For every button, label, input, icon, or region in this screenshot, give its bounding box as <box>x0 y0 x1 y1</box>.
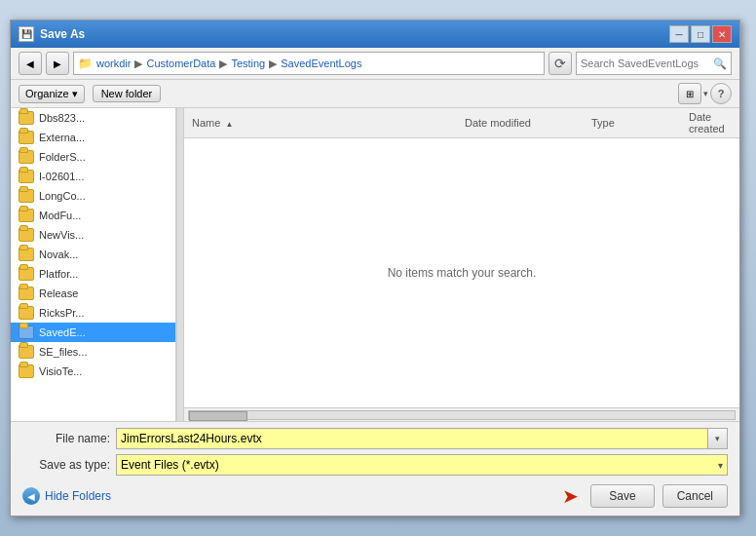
search-icon: 🔍 <box>713 57 727 70</box>
folder-icon <box>19 111 34 125</box>
folder-icon <box>19 150 34 164</box>
filetype-dropdown-arrow-icon: ▾ <box>718 460 723 471</box>
breadcrumb-icon: 📁 <box>78 57 93 70</box>
bottom-bar: File name: ▾ Save as type: Event Files (… <box>11 421 739 516</box>
empty-message: No items match your search. <box>388 266 537 280</box>
folder-item[interactable]: Novak... <box>11 245 175 264</box>
col-header-name[interactable]: Name ▲ <box>192 117 465 129</box>
folder-item[interactable]: RicksPr... <box>11 303 175 323</box>
folder-item-release[interactable]: Release <box>11 284 175 303</box>
dialog-icon: 💾 <box>19 26 34 42</box>
view-buttons: ⊞ ▾ ? <box>678 83 732 104</box>
hide-folders-icon: ◀ <box>22 487 40 505</box>
title-bar: 💾 Save As ─ □ ✕ <box>11 20 739 48</box>
savetype-label: Save as type: <box>22 458 110 472</box>
back-button[interactable]: ◀ <box>19 52 42 75</box>
breadcrumb-testing[interactable]: Testing <box>231 57 265 69</box>
sort-arrow-icon: ▲ <box>225 120 233 129</box>
folder-item[interactable]: NewVis... <box>11 225 175 245</box>
horizontal-scrollbar[interactable] <box>184 407 739 421</box>
savetype-row: Save as type: Event Files (*.evtx) ▾ <box>22 454 728 476</box>
view-arrow-icon: ▾ <box>703 89 708 98</box>
breadcrumb-savedeventlogs[interactable]: SavedEventLogs <box>281 57 361 69</box>
close-button[interactable]: ✕ <box>712 25 732 43</box>
folder-item[interactable]: FolderS... <box>11 147 175 167</box>
column-headers: Name ▲ Date modified Type Date created <box>184 108 739 138</box>
folder-item[interactable]: Dbs823... <box>11 108 175 128</box>
folder-icon <box>19 248 34 261</box>
breadcrumb-workdir[interactable]: workdir <box>96 57 131 69</box>
col-header-type[interactable]: Type <box>591 117 689 129</box>
folder-item[interactable]: I-02601... <box>11 167 175 186</box>
filename-row: File name: ▾ <box>22 428 728 449</box>
title-bar-left: 💾 Save As <box>19 26 85 42</box>
search-box[interactable]: 🔍 <box>576 52 732 75</box>
forward-button[interactable]: ▶ <box>46 52 69 75</box>
filename-input-wrapper[interactable]: ▾ <box>116 428 728 449</box>
breadcrumb-customerdata[interactable]: CustomerData <box>146 57 215 69</box>
folder-icon <box>19 287 34 300</box>
file-list-panel: Name ▲ Date modified Type Date created N… <box>184 108 739 421</box>
save-as-dialog: 💾 Save As ─ □ ✕ ◀ ▶ 📁 workdir ▶ Customer… <box>10 19 740 517</box>
folder-icon <box>19 209 34 222</box>
folder-icon <box>19 267 34 281</box>
action-buttons: ➤ Save Cancel <box>562 484 728 508</box>
folder-item-selected[interactable]: SavedE... <box>11 323 175 342</box>
organize-toolbar: Organize ▾ New folder ⊞ ▾ ? <box>11 80 739 108</box>
folder-item[interactable]: SE_files... <box>11 342 175 362</box>
maximize-button[interactable]: □ <box>691 25 710 43</box>
scrollbar-track[interactable] <box>188 410 736 420</box>
refresh-button[interactable]: ⟳ <box>548 52 572 75</box>
folder-icon <box>19 170 34 183</box>
folder-icon <box>19 131 34 144</box>
main-content: Dbs823... Externa... FolderS... I-02601.… <box>11 108 739 421</box>
folder-icon <box>19 325 34 339</box>
folder-item[interactable]: Externa... <box>11 128 175 147</box>
folder-icon <box>19 345 34 359</box>
organize-arrow-icon: ▾ <box>72 88 78 100</box>
release-label: Release <box>39 287 78 299</box>
action-row: ◀ Hide Folders ➤ Save Cancel <box>22 480 728 510</box>
folder-icon <box>19 364 34 378</box>
col-header-created[interactable]: Date created <box>689 111 732 134</box>
filetype-select[interactable]: Event Files (*.evtx) ▾ <box>116 454 728 476</box>
scrollbar-thumb[interactable] <box>189 411 247 421</box>
search-input[interactable] <box>581 57 709 69</box>
filename-dropdown-arrow[interactable]: ▾ <box>707 429 727 448</box>
arrow-indicator-icon: ➤ <box>562 484 579 508</box>
folder-item[interactable]: LongCo... <box>11 186 175 206</box>
minimize-button[interactable]: ─ <box>669 25 689 43</box>
folder-item[interactable]: ModFu... <box>11 206 175 225</box>
file-list: No items match your search. <box>184 138 739 407</box>
folder-tree: Dbs823... Externa... FolderS... I-02601.… <box>11 108 176 421</box>
hide-folders-button[interactable]: ◀ Hide Folders <box>22 487 111 505</box>
col-header-date[interactable]: Date modified <box>465 117 591 129</box>
dialog-title: Save As <box>40 27 85 41</box>
organize-button[interactable]: Organize ▾ <box>19 85 85 103</box>
resize-handle[interactable] <box>176 108 184 421</box>
filename-label: File name: <box>22 432 110 445</box>
folder-item[interactable]: Platfor... <box>11 264 175 284</box>
folder-icon <box>19 228 34 242</box>
title-controls: ─ □ ✕ <box>669 25 732 43</box>
view-toggle-button[interactable]: ⊞ <box>678 83 701 104</box>
new-folder-button[interactable]: New folder <box>93 85 162 102</box>
address-bar[interactable]: 📁 workdir ▶ CustomerData ▶ Testing ▶ Sav… <box>73 52 545 75</box>
help-button[interactable]: ? <box>710 83 732 104</box>
folder-item[interactable]: VisioTe... <box>11 362 175 381</box>
folder-icon <box>19 189 34 203</box>
cancel-button[interactable]: Cancel <box>662 484 728 508</box>
filename-input[interactable] <box>117 432 707 445</box>
save-button[interactable]: Save <box>590 484 654 508</box>
nav-toolbar: ◀ ▶ 📁 workdir ▶ CustomerData ▶ Testing ▶… <box>11 48 739 80</box>
folder-icon <box>19 306 34 320</box>
